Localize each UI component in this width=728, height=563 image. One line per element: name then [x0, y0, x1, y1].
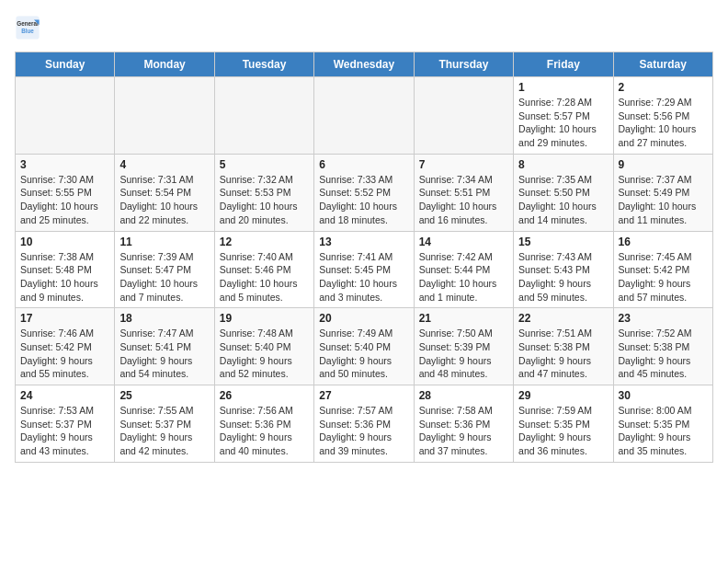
calendar-cell: 15Sunrise: 7:43 AM Sunset: 5:43 PM Dayli… [514, 231, 613, 308]
calendar-cell [115, 77, 214, 155]
calendar-cell: 2Sunrise: 7:29 AM Sunset: 5:56 PM Daylig… [613, 77, 712, 155]
day-info: Sunrise: 7:53 AM Sunset: 5:37 PM Dayligh… [20, 404, 109, 458]
logo-icon: General Blue [15, 15, 40, 40]
day-info: Sunrise: 7:57 AM Sunset: 5:36 PM Dayligh… [319, 404, 408, 458]
day-info: Sunrise: 7:49 AM Sunset: 5:40 PM Dayligh… [319, 327, 408, 381]
svg-text:Blue: Blue [21, 28, 34, 34]
day-number: 29 [518, 389, 608, 402]
day-info: Sunrise: 7:55 AM Sunset: 5:37 PM Dayligh… [119, 404, 209, 458]
day-info: Sunrise: 7:58 AM Sunset: 5:36 PM Dayligh… [419, 404, 508, 458]
calendar-cell: 6Sunrise: 7:33 AM Sunset: 5:52 PM Daylig… [314, 154, 414, 231]
calendar-cell: 29Sunrise: 7:59 AM Sunset: 5:35 PM Dayli… [514, 385, 613, 463]
calendar-cell: 22Sunrise: 7:51 AM Sunset: 5:38 PM Dayli… [514, 308, 613, 385]
day-number: 3 [20, 158, 109, 171]
day-info: Sunrise: 7:34 AM Sunset: 5:51 PM Dayligh… [419, 173, 508, 227]
logo: General Blue [15, 15, 40, 40]
day-info: Sunrise: 7:43 AM Sunset: 5:43 PM Dayligh… [518, 250, 608, 304]
calendar-cell: 19Sunrise: 7:48 AM Sunset: 5:40 PM Dayli… [214, 308, 313, 385]
day-info: Sunrise: 7:32 AM Sunset: 5:53 PM Dayligh… [220, 173, 309, 227]
calendar-cell: 17Sunrise: 7:46 AM Sunset: 5:42 PM Dayli… [16, 308, 115, 385]
day-number: 25 [119, 389, 209, 402]
day-info: Sunrise: 8:00 AM Sunset: 5:35 PM Dayligh… [619, 404, 708, 458]
day-number: 18 [119, 312, 209, 325]
calendar-cell: 24Sunrise: 7:53 AM Sunset: 5:37 PM Dayli… [16, 385, 115, 463]
day-number: 6 [319, 158, 408, 171]
day-number: 13 [319, 236, 408, 248]
day-info: Sunrise: 7:40 AM Sunset: 5:46 PM Dayligh… [220, 250, 309, 304]
calendar-cell: 14Sunrise: 7:42 AM Sunset: 5:44 PM Dayli… [414, 231, 513, 308]
day-info: Sunrise: 7:47 AM Sunset: 5:41 PM Dayligh… [119, 327, 209, 381]
calendar-cell: 4Sunrise: 7:31 AM Sunset: 5:54 PM Daylig… [115, 154, 214, 231]
day-info: Sunrise: 7:41 AM Sunset: 5:45 PM Dayligh… [319, 250, 408, 304]
day-info: Sunrise: 7:51 AM Sunset: 5:38 PM Dayligh… [518, 327, 608, 381]
calendar-cell: 13Sunrise: 7:41 AM Sunset: 5:45 PM Dayli… [314, 231, 414, 308]
calendar-cell: 3Sunrise: 7:30 AM Sunset: 5:55 PM Daylig… [16, 154, 115, 231]
weekday-header: Wednesday [314, 52, 414, 77]
calendar-cell: 20Sunrise: 7:49 AM Sunset: 5:40 PM Dayli… [314, 308, 414, 385]
weekday-header: Monday [115, 52, 214, 77]
calendar-cell: 9Sunrise: 7:37 AM Sunset: 5:49 PM Daylig… [613, 154, 712, 231]
day-info: Sunrise: 7:50 AM Sunset: 5:39 PM Dayligh… [419, 327, 508, 381]
calendar-cell: 28Sunrise: 7:58 AM Sunset: 5:36 PM Dayli… [414, 385, 513, 463]
weekday-header: Thursday [414, 52, 513, 77]
weekday-header: Tuesday [214, 52, 313, 77]
calendar-cell: 10Sunrise: 7:38 AM Sunset: 5:48 PM Dayli… [16, 231, 115, 308]
day-info: Sunrise: 7:29 AM Sunset: 5:56 PM Dayligh… [619, 96, 708, 150]
day-info: Sunrise: 7:37 AM Sunset: 5:49 PM Dayligh… [619, 173, 708, 227]
day-number: 16 [619, 236, 708, 248]
calendar-cell: 26Sunrise: 7:56 AM Sunset: 5:36 PM Dayli… [214, 385, 313, 463]
day-number: 8 [518, 158, 608, 171]
calendar-cell [16, 77, 115, 155]
weekday-header: Friday [514, 52, 613, 77]
day-number: 20 [319, 312, 408, 325]
day-number: 12 [220, 236, 309, 248]
day-info: Sunrise: 7:33 AM Sunset: 5:52 PM Dayligh… [319, 173, 408, 227]
day-number: 11 [119, 236, 209, 248]
day-info: Sunrise: 7:56 AM Sunset: 5:36 PM Dayligh… [220, 404, 309, 458]
page-header: General Blue [15, 15, 713, 40]
calendar-cell: 27Sunrise: 7:57 AM Sunset: 5:36 PM Dayli… [314, 385, 414, 463]
calendar-cell [214, 77, 313, 155]
day-info: Sunrise: 7:59 AM Sunset: 5:35 PM Dayligh… [518, 404, 608, 458]
calendar-cell: 11Sunrise: 7:39 AM Sunset: 5:47 PM Dayli… [115, 231, 214, 308]
calendar-cell: 1Sunrise: 7:28 AM Sunset: 5:57 PM Daylig… [514, 77, 613, 155]
day-number: 21 [419, 312, 508, 325]
calendar-cell: 21Sunrise: 7:50 AM Sunset: 5:39 PM Dayli… [414, 308, 513, 385]
day-number: 9 [619, 158, 708, 171]
calendar: SundayMondayTuesdayWednesdayThursdayFrid… [15, 52, 713, 463]
day-info: Sunrise: 7:35 AM Sunset: 5:50 PM Dayligh… [518, 173, 608, 227]
calendar-cell [414, 77, 513, 155]
calendar-cell: 5Sunrise: 7:32 AM Sunset: 5:53 PM Daylig… [214, 154, 313, 231]
day-number: 22 [518, 312, 608, 325]
calendar-cell: 16Sunrise: 7:45 AM Sunset: 5:42 PM Dayli… [613, 231, 712, 308]
day-number: 7 [419, 158, 508, 171]
day-number: 30 [619, 389, 708, 402]
day-number: 14 [419, 236, 508, 248]
calendar-cell [314, 77, 414, 155]
calendar-cell: 30Sunrise: 8:00 AM Sunset: 5:35 PM Dayli… [613, 385, 712, 463]
day-info: Sunrise: 7:31 AM Sunset: 5:54 PM Dayligh… [119, 173, 209, 227]
day-info: Sunrise: 7:30 AM Sunset: 5:55 PM Dayligh… [20, 173, 109, 227]
day-number: 17 [20, 312, 109, 325]
day-number: 24 [20, 389, 109, 402]
day-number: 19 [220, 312, 309, 325]
day-info: Sunrise: 7:42 AM Sunset: 5:44 PM Dayligh… [419, 250, 508, 304]
day-number: 4 [119, 158, 209, 171]
calendar-cell: 12Sunrise: 7:40 AM Sunset: 5:46 PM Dayli… [214, 231, 313, 308]
day-number: 28 [419, 389, 508, 402]
day-info: Sunrise: 7:48 AM Sunset: 5:40 PM Dayligh… [220, 327, 309, 381]
calendar-cell: 18Sunrise: 7:47 AM Sunset: 5:41 PM Dayli… [115, 308, 214, 385]
day-number: 1 [518, 81, 608, 94]
day-info: Sunrise: 7:39 AM Sunset: 5:47 PM Dayligh… [119, 250, 209, 304]
day-number: 10 [20, 236, 109, 248]
calendar-cell: 23Sunrise: 7:52 AM Sunset: 5:38 PM Dayli… [613, 308, 712, 385]
calendar-cell: 7Sunrise: 7:34 AM Sunset: 5:51 PM Daylig… [414, 154, 513, 231]
day-info: Sunrise: 7:38 AM Sunset: 5:48 PM Dayligh… [20, 250, 109, 304]
calendar-cell: 8Sunrise: 7:35 AM Sunset: 5:50 PM Daylig… [514, 154, 613, 231]
day-info: Sunrise: 7:52 AM Sunset: 5:38 PM Dayligh… [619, 327, 708, 381]
weekday-header: Saturday [613, 52, 712, 77]
day-number: 5 [220, 158, 309, 171]
day-info: Sunrise: 7:45 AM Sunset: 5:42 PM Dayligh… [619, 250, 708, 304]
day-info: Sunrise: 7:46 AM Sunset: 5:42 PM Dayligh… [20, 327, 109, 381]
weekday-header: Sunday [16, 52, 115, 77]
